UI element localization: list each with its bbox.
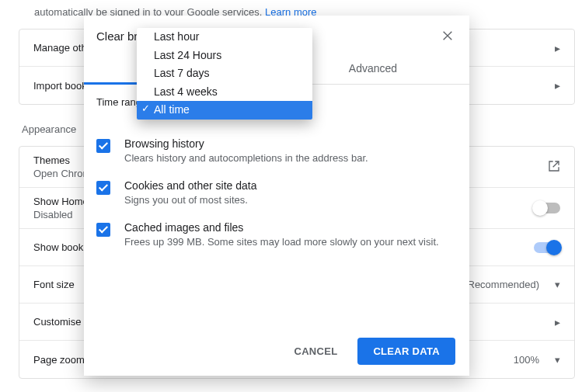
cookies-sub: Signs you out of most sites.	[124, 194, 256, 206]
font-size-label: Font size	[33, 279, 75, 290]
time-range-option[interactable]: Last 7 days	[137, 64, 312, 83]
browsing-history-row: Browsing history Clears history and auto…	[96, 128, 457, 170]
page-zoom-label: Page zoom	[33, 354, 85, 366]
close-button[interactable]	[437, 25, 458, 47]
home-button-toggle[interactable]	[534, 203, 560, 213]
external-link-icon	[548, 160, 560, 175]
time-range-option[interactable]: Last 24 Hours	[137, 47, 312, 65]
page-zoom-select[interactable]: 100% ▾	[514, 354, 560, 366]
dialog-footer: CANCEL CLEAR DATA	[84, 327, 469, 376]
close-icon	[441, 29, 454, 42]
time-range-option[interactable]: All time	[137, 101, 312, 120]
cached-row: Cached images and files Frees up 399 MB.…	[96, 212, 457, 254]
chevron-right-icon: ▸	[555, 42, 560, 54]
time-range-option[interactable]: Last 4 weeks	[137, 83, 312, 102]
cancel-button[interactable]: CANCEL	[288, 338, 343, 365]
chevron-right-icon: ▸	[555, 316, 560, 328]
dialog-body: Time range Browsing history Clears histo…	[84, 85, 469, 327]
browsing-history-checkbox[interactable]	[96, 139, 110, 153]
clear-data-button[interactable]: CLEAR DATA	[357, 338, 455, 365]
bookmarks-bar-toggle[interactable]	[534, 242, 560, 253]
browsing-history-title: Browsing history	[124, 137, 368, 150]
cached-sub: Frees up 399 MB. Some sites may load mor…	[124, 236, 439, 248]
caret-down-icon: ▾	[555, 354, 560, 366]
time-range-option[interactable]: Last hour	[137, 28, 312, 47]
caret-down-icon: ▾	[555, 279, 560, 290]
cookies-checkbox[interactable]	[96, 181, 110, 195]
cookies-row: Cookies and other site data Signs you ou…	[96, 170, 457, 212]
cached-checkbox[interactable]	[96, 223, 110, 237]
time-range-dropdown[interactable]: Last hourLast 24 HoursLast 7 daysLast 4 …	[137, 28, 312, 120]
browsing-history-sub: Clears history and autocompletions in th…	[124, 152, 368, 164]
chevron-right-icon: ▸	[555, 79, 560, 92]
page-zoom-value: 100%	[514, 354, 539, 366]
cached-title: Cached images and files	[124, 221, 439, 234]
cookies-title: Cookies and other site data	[124, 179, 256, 192]
